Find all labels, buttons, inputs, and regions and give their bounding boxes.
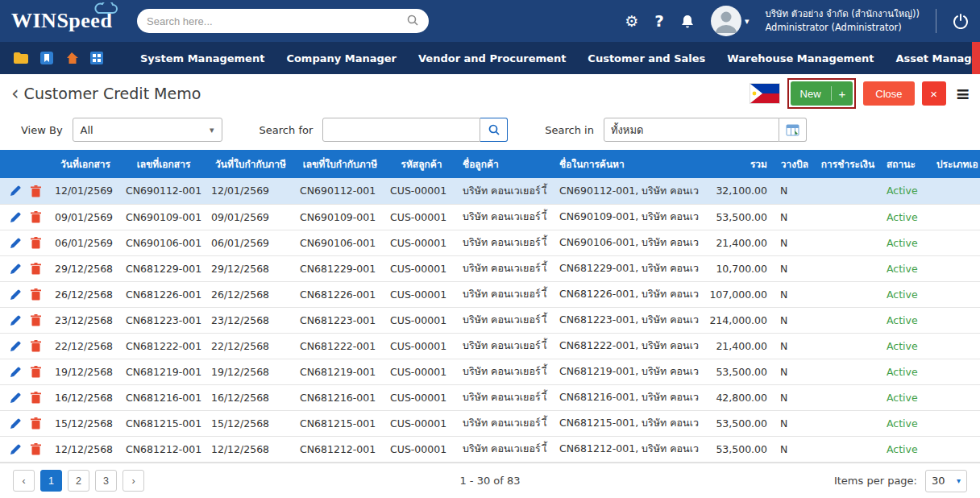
- search-in-label: Search in: [545, 124, 594, 136]
- global-search[interactable]: [137, 9, 429, 33]
- view-by-dropdown[interactable]: All ▾: [73, 118, 222, 142]
- new-button-highlight-box: New +: [787, 78, 857, 109]
- avatar[interactable]: [711, 6, 741, 36]
- cell-doc-date: 09/01/2569: [50, 204, 121, 230]
- search-in-input[interactable]: [604, 118, 779, 142]
- prev-page-button[interactable]: ‹: [13, 470, 35, 492]
- close-x-button[interactable]: ×: [922, 81, 946, 106]
- delete-trash-icon[interactable]: [31, 417, 41, 430]
- delete-trash-icon[interactable]: [31, 185, 41, 197]
- edit-pencil-icon[interactable]: [10, 185, 21, 197]
- menu-red-strip[interactable]: [972, 42, 980, 74]
- table-row[interactable]: 19/12/2568CN681219-00119/12/2568CN681219…: [0, 359, 980, 384]
- table-row[interactable]: 12/01/2569CN690112-00112/01/2569CN690112…: [0, 178, 980, 204]
- column-header[interactable]: การชำระเงิน: [814, 150, 882, 178]
- delete-trash-icon[interactable]: [31, 263, 41, 275]
- page-button-2[interactable]: 2: [68, 470, 89, 492]
- bookmark-icon[interactable]: [40, 52, 53, 64]
- table-row[interactable]: 15/12/2568CN681215-00115/12/2568CN681215…: [0, 410, 980, 436]
- nav-item-company-manager[interactable]: Company Manager: [286, 52, 397, 64]
- page-title: Customer Credit Memo: [24, 85, 201, 102]
- column-header[interactable]: เลขที่เอกสาร: [121, 150, 206, 178]
- cell-doc-type: [932, 359, 980, 384]
- edit-pencil-icon[interactable]: [10, 289, 21, 301]
- page-button-1[interactable]: 1: [40, 470, 62, 492]
- edit-pencil-icon[interactable]: [10, 444, 21, 455]
- edit-pencil-icon[interactable]: [10, 238, 21, 249]
- edit-pencil-icon[interactable]: [10, 367, 21, 378]
- new-button[interactable]: New +: [791, 81, 853, 106]
- cell-billing: N: [775, 384, 814, 410]
- table-row[interactable]: 16/12/2568CN681216-00116/12/2568CN681216…: [0, 384, 980, 410]
- settings-gear-icon[interactable]: ⚙: [625, 14, 638, 29]
- delete-trash-icon[interactable]: [31, 211, 41, 223]
- cell-billing: N: [775, 178, 814, 204]
- column-header[interactable]: สถานะ: [882, 150, 932, 178]
- logout-power-icon[interactable]: [953, 13, 969, 29]
- notifications-bell-icon[interactable]: [680, 14, 695, 29]
- nav-item-asset-management[interactable]: Asset Management: [895, 52, 980, 64]
- user-menu[interactable]: ▾: [711, 6, 750, 36]
- cell-payment: [814, 436, 882, 462]
- table-row[interactable]: 06/01/2569CN690106-00106/01/2569CN690106…: [0, 230, 980, 255]
- column-header[interactable]: รหัสลูกค้า: [385, 150, 458, 178]
- delete-trash-icon[interactable]: [31, 237, 41, 249]
- column-header[interactable]: ประเภทเอ: [932, 150, 980, 178]
- cell-payment: [814, 255, 882, 281]
- close-button[interactable]: Close: [863, 81, 914, 106]
- column-header[interactable]: วางบิล: [775, 150, 814, 178]
- nav-item-warehouse-management[interactable]: Warehouse Management: [727, 52, 874, 64]
- cell-payment: [814, 281, 882, 307]
- plus-icon[interactable]: +: [832, 87, 853, 101]
- items-per-page-select[interactable]: 30 ▾: [925, 470, 967, 492]
- search-for-input[interactable]: [322, 118, 480, 142]
- table-row[interactable]: 23/12/2568CN681223-00123/12/2568CN681223…: [0, 307, 980, 333]
- delete-trash-icon[interactable]: [31, 443, 41, 455]
- home-icon[interactable]: [64, 52, 79, 64]
- edit-pencil-icon[interactable]: [10, 315, 21, 326]
- cell-doc-type: [932, 230, 980, 255]
- table-row[interactable]: 22/12/2568CN681222-00122/12/2568CN681222…: [0, 333, 980, 359]
- column-header[interactable]: ชื่อลูกค้า: [458, 150, 554, 178]
- delete-trash-icon[interactable]: [31, 340, 41, 352]
- nav-item-vendor-and-procurement[interactable]: Vendor and Procurement: [418, 52, 566, 64]
- column-header[interactable]: รวม: [701, 150, 775, 178]
- chevron-down-icon: ▾: [210, 125, 214, 135]
- philippines-flag-icon[interactable]: [750, 83, 780, 104]
- new-button-label: New: [791, 88, 831, 100]
- cell-payment: [814, 333, 882, 359]
- delete-trash-icon[interactable]: [31, 392, 41, 404]
- global-search-input[interactable]: [147, 15, 406, 27]
- column-header[interactable]: เลขที่ใบกำกับภาษี: [295, 150, 385, 178]
- table-row[interactable]: 12/12/2568CN681212-00112/12/2568CN681212…: [0, 436, 980, 462]
- column-header[interactable]: ชื่อในการค้นหา: [554, 150, 701, 178]
- table-header-row: วันที่เอกสารเลขที่เอกสารวันที่ใบกำกับภาษ…: [0, 150, 980, 178]
- column-header[interactable]: วันที่ใบกำกับภาษี: [206, 150, 295, 178]
- delete-trash-icon[interactable]: [31, 288, 41, 301]
- edit-pencil-icon[interactable]: [10, 341, 21, 352]
- help-icon[interactable]: ?: [654, 13, 664, 29]
- page-button-3[interactable]: 3: [95, 470, 117, 492]
- table-row[interactable]: 26/12/2568CN681226-00126/12/2568CN681226…: [0, 281, 980, 307]
- credit-memo-table: วันที่เอกสารเลขที่เอกสารวันที่ใบกำกับภาษ…: [0, 150, 980, 463]
- column-header[interactable]: วันที่เอกสาร: [50, 150, 121, 178]
- nav-item-system-management[interactable]: System Management: [140, 52, 264, 64]
- nav-item-customer-and-sales[interactable]: Customer and Sales: [588, 52, 705, 64]
- edit-pencil-icon[interactable]: [10, 212, 21, 223]
- edit-pencil-icon[interactable]: [10, 418, 21, 430]
- table-row[interactable]: 29/12/2568CN681229-00129/12/2568CN681229…: [0, 255, 980, 281]
- apps-grid-icon[interactable]: [90, 52, 103, 64]
- cell-total: 21,400.00: [701, 230, 775, 255]
- hamburger-menu-icon[interactable]: ≡: [956, 84, 970, 104]
- table-row[interactable]: 09/01/2569CN690109-00109/01/2569CN690109…: [0, 204, 980, 230]
- delete-trash-icon[interactable]: [31, 314, 41, 326]
- edit-pencil-icon[interactable]: [10, 264, 21, 275]
- edit-pencil-icon[interactable]: [10, 392, 21, 404]
- search-for-button[interactable]: [480, 118, 508, 142]
- search-in-columns-button[interactable]: [779, 118, 807, 142]
- back-chevron-icon[interactable]: ‹: [11, 84, 19, 103]
- next-page-button[interactable]: ›: [122, 470, 144, 492]
- folder-icon[interactable]: [13, 52, 29, 64]
- search-icon[interactable]: [406, 14, 419, 29]
- delete-trash-icon[interactable]: [31, 366, 41, 378]
